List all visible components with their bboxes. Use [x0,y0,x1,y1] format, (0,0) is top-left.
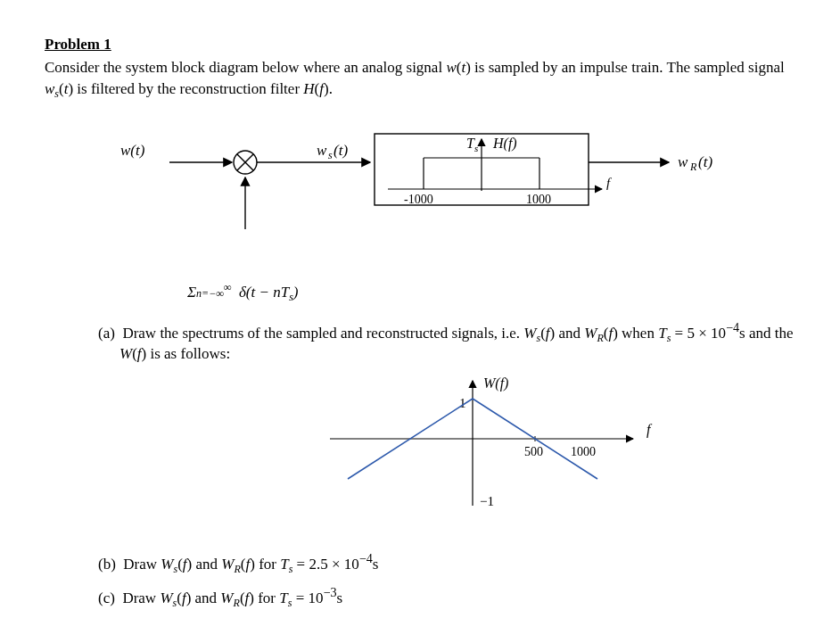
part-c-label: (c) [98,589,115,606]
part-c: (c) Draw Ws(f) and WR(f) for Ts = 10−3s [98,585,795,610]
output-label: w [678,153,688,170]
wf-ybot: −1 [480,494,494,508]
filter-xmax: 1000 [526,193,551,206]
svg-text:R: R [689,161,697,173]
svg-text:s: s [328,149,333,161]
wf-plot: W(f) f 1 −1 500 1000 [312,372,795,528]
filter-title: H(f) [492,136,517,152]
part-b-label: (b) [98,556,116,573]
problem-intro: Consider the system block diagram below … [45,57,795,102]
wf-title: W(f) [483,375,508,392]
part-b: (b) Draw Ws(f) and WR(f) for Ts = 2.5 × … [98,551,795,576]
impulse-train-eq: Σn=−∞∞ δ(t − nTs) [187,281,795,304]
input-label: w(t) [120,142,145,159]
svg-text:s: s [474,143,478,153]
block-diagram: w(t) w s (t) T s H(f) -1000 1000 f w R (… [98,127,795,265]
wf-x1: 500 [524,445,543,458]
filter-xlabel: f [606,176,612,190]
svg-text:(t): (t) [698,153,712,170]
filter-xmin: -1000 [404,193,433,206]
problem-title: Problem 1 [45,36,795,54]
wf-xlabel: f [646,422,653,438]
mid-signal-label: w [317,142,327,159]
part-a: (a) Draw the spectrums of the sampled an… [98,320,795,363]
part-a-label: (a) [98,325,115,342]
svg-text:(t): (t) [334,142,348,159]
wf-x2: 1000 [571,445,596,458]
